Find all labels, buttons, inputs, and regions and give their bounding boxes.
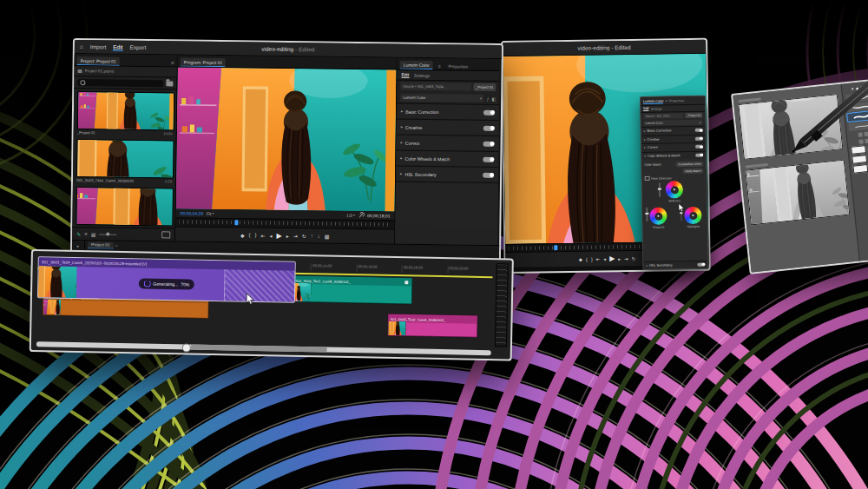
face-detection-checkbox[interactable] [645, 176, 650, 182]
section-curves[interactable]: ▸ Curves [396, 135, 498, 151]
project-item[interactable]: S01_Sh03_Tk04_CamA_202501034;29 [76, 139, 173, 183]
step-forward-button[interactable]: ▸ [286, 233, 289, 239]
storyboard-frame-2[interactable] [745, 160, 850, 226]
tab-edit[interactable]: Edit [401, 72, 409, 78]
brush-size-dot[interactable] [855, 87, 858, 89]
tab-properties[interactable]: Properties [669, 98, 685, 102]
brush-size-dot[interactable] [852, 88, 853, 89]
selection-tool-icon[interactable]: ▸ [77, 243, 80, 248]
settings-wrench-icon[interactable] [358, 213, 364, 218]
project-item[interactable]: _Project 0114;04 [77, 91, 174, 135]
menu-edit[interactable]: Edit [113, 43, 122, 50]
section-basic-correction[interactable]: ▸ Basic Correction [397, 103, 499, 120]
storyboard-frame-1[interactable] [738, 94, 843, 160]
section-creative[interactable]: ▸ Creative [397, 119, 499, 135]
step-back-button[interactable]: ◂ [270, 232, 273, 238]
zoom-knob[interactable] [181, 343, 190, 352]
list-view-icon[interactable]: ≡ [84, 231, 88, 236]
midtones-color-wheel[interactable] [666, 181, 683, 198]
preset-dropdown[interactable]: Lumetri Color▾ [643, 120, 702, 126]
clip-purple-extended[interactable]: S01_Sh03_Tk04_CamA_20250103 -00;00;04;29… [37, 256, 296, 303]
source-clip-field[interactable]: Source • S01_Sh03… [643, 113, 683, 119]
lift-button[interactable]: ↑ [311, 233, 313, 238]
grid-view-icon[interactable]: ▦ [91, 231, 96, 237]
compare-view-icon[interactable]: ◧ [491, 96, 496, 101]
playhead[interactable] [554, 245, 557, 250]
tool-button[interactable] [858, 139, 863, 143]
mark-out-button[interactable]: } [591, 256, 593, 261]
add-marker-button[interactable]: ◆ [240, 232, 245, 238]
tab-timeline-project[interactable]: Project 01 [88, 241, 114, 248]
loop-button[interactable]: ↻ [302, 233, 306, 239]
highlights-color-wheel[interactable] [684, 207, 701, 224]
source-clip-field[interactable]: Source • S01_Sh03_Tk04… [400, 83, 471, 91]
color-swatch[interactable] [852, 164, 868, 174]
menu-export[interactable]: Export [129, 44, 146, 50]
folder-icon[interactable] [166, 81, 173, 86]
section-hsl-secondary[interactable]: ▸ HSL Secondary [396, 166, 498, 182]
go-to-out-button[interactable]: ⇥ [624, 255, 628, 261]
comparison-view-button[interactable]: Comparison View [676, 162, 704, 168]
tool-button[interactable] [858, 132, 862, 136]
add-marker-button[interactable]: ◆ [579, 256, 582, 261]
curves-toggle[interactable] [695, 145, 703, 149]
mark-out-button[interactable]: } [255, 233, 257, 238]
color-swatch[interactable] [852, 155, 867, 164]
go-to-in-button[interactable]: ⇤ [596, 256, 601, 261]
mark-in-button[interactable]: { [586, 256, 588, 261]
color-wheels-toggle[interactable] [695, 153, 703, 156]
curves-toggle[interactable] [483, 141, 495, 146]
tab-settings[interactable]: Settings [414, 72, 430, 77]
creative-toggle[interactable] [695, 136, 703, 140]
clip-pink[interactable]: S01_Sh05_Tk02_CamA_20250103_ [387, 314, 477, 338]
panel-menu-icon[interactable]: ≡ [436, 62, 444, 69]
playhead[interactable] [234, 221, 238, 226]
tab-settings[interactable]: Settings [651, 107, 662, 110]
preset-dropdown[interactable]: Lumetri Color▾ [400, 94, 484, 102]
tab-properties[interactable]: Properties [446, 62, 471, 69]
go-to-in-button[interactable]: ⇤ [261, 232, 266, 238]
tool-button[interactable] [864, 131, 868, 135]
mark-in-button[interactable]: { [249, 233, 251, 238]
export-frame-button[interactable]: ▦ [325, 233, 330, 239]
tab-edit[interactable]: Edit [643, 107, 648, 111]
basic-correction-toggle[interactable] [695, 129, 703, 132]
extract-button[interactable]: ↓ [318, 234, 320, 239]
panel-menu-icon[interactable]: ≡ [665, 98, 667, 102]
current-timecode[interactable]: 00;00;04;29 [181, 210, 203, 215]
close-icon[interactable]: × [115, 243, 118, 248]
clip-teal[interactable]: S01_Sh04_Tk01_CamB_20250101_ [293, 275, 413, 305]
step-forward-button[interactable]: ▸ [618, 256, 621, 261]
tool-button[interactable] [865, 138, 868, 142]
source-project-button[interactable]: _Project 01 [473, 83, 496, 91]
creative-toggle[interactable] [483, 125, 495, 130]
midtones-slider[interactable] [659, 183, 661, 197]
tab-lumetri-color[interactable]: Lumetri Color [643, 98, 663, 103]
tab-project[interactable]: Project: Project 01 [77, 56, 120, 66]
effects-icon[interactable]: ƒ [487, 96, 490, 101]
step-back-button[interactable]: ◂ [603, 256, 606, 261]
brush-size-dot[interactable] [860, 86, 864, 89]
shadows-slider[interactable] [646, 208, 648, 221]
section-color-wheels-match[interactable]: ▸ Color Wheels & Match [396, 150, 498, 167]
brush-size-dots[interactable] [845, 82, 868, 93]
thumbnail-zoom-slider[interactable] [99, 234, 116, 235]
play-button[interactable]: ▶ [609, 254, 615, 262]
hsl-secondary-toggle[interactable] [483, 172, 494, 177]
apply-match-button[interactable]: Apply Match [682, 169, 703, 174]
zoom-level-dropdown[interactable]: Fit▾ [207, 211, 214, 216]
search-input[interactable] [77, 79, 163, 87]
color-swatch[interactable] [851, 145, 866, 155]
go-to-out-button[interactable]: ⇥ [293, 233, 298, 239]
hsl-secondary-toggle[interactable] [697, 262, 705, 266]
edit-pencil-icon[interactable]: ✎ [76, 231, 81, 237]
section-hsl-secondary[interactable]: ▸ HSL Secondary [643, 260, 707, 269]
new-bin-icon[interactable] [161, 231, 170, 238]
color-wheels-toggle[interactable] [483, 156, 494, 162]
shadows-color-wheel[interactable] [649, 207, 667, 224]
playback-resolution-dropdown[interactable]: 1/2▾ [346, 213, 355, 218]
source-project-button[interactable]: _Project 01 [685, 113, 702, 118]
scrollbar-handle[interactable] [191, 345, 327, 353]
menu-import[interactable]: Import [90, 43, 107, 50]
tab-program[interactable]: Program: Project 01 [181, 57, 227, 67]
